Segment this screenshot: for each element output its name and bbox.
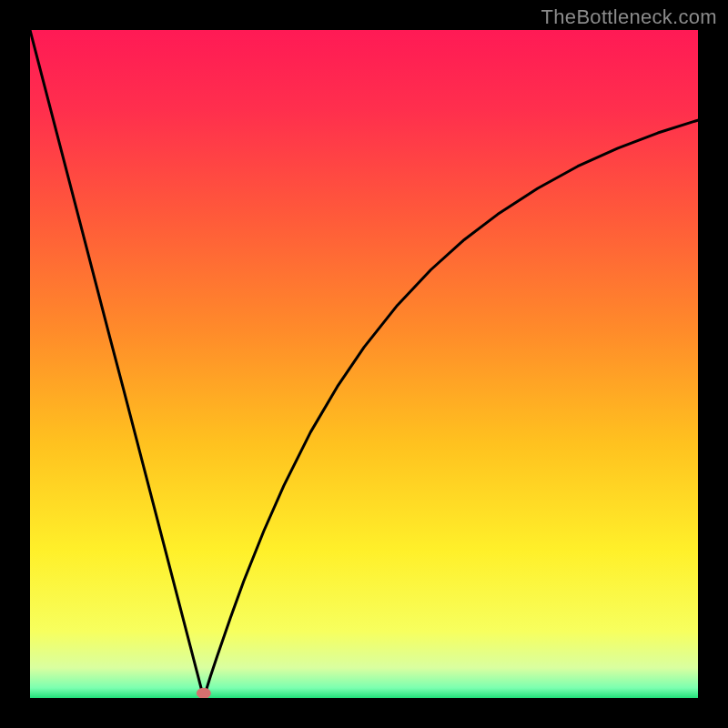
watermark-text: TheBottleneck.com	[541, 5, 717, 29]
chart-frame: TheBottleneck.com	[0, 0, 728, 728]
gradient-background	[30, 30, 698, 698]
bottleneck-chart-svg	[30, 30, 698, 698]
plot-area	[30, 30, 698, 698]
